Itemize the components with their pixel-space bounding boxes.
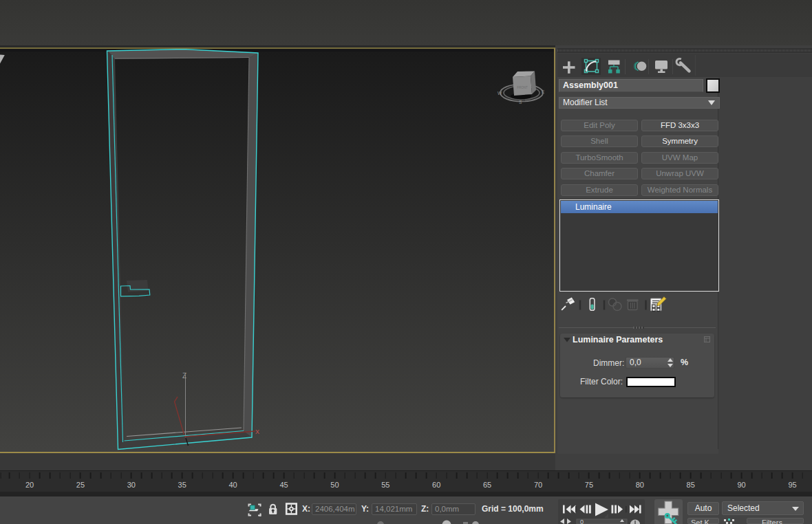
svg-text:Z: Z bbox=[182, 372, 186, 380]
svg-text:FRONT: FRONT bbox=[517, 86, 528, 89]
svg-text:S: S bbox=[519, 100, 522, 105]
svg-text:W: W bbox=[498, 91, 502, 96]
svg-text:0: 0 bbox=[580, 518, 584, 524]
svg-text:X: X bbox=[255, 428, 259, 435]
svg-text:E: E bbox=[542, 89, 545, 94]
